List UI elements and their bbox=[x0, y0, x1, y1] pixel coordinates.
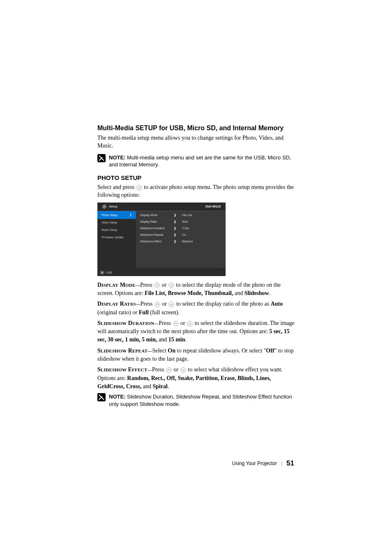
label-part: M bbox=[118, 282, 125, 288]
intro-text: The multi-media setup menu allows you to… bbox=[97, 134, 295, 150]
text-part: . bbox=[185, 336, 187, 343]
svg-point-7 bbox=[169, 302, 174, 307]
down-icon bbox=[187, 321, 193, 327]
text-part: and bbox=[159, 336, 168, 343]
note-label: NOTE: bbox=[109, 154, 125, 161]
note-body: Slideshow Duration, Slideshow Repeat, an… bbox=[109, 394, 292, 407]
down-icon bbox=[180, 367, 186, 373]
down-icon bbox=[168, 302, 174, 307]
osd-row-value: 5 Sec bbox=[182, 227, 189, 230]
label-part: LIDESHOW bbox=[101, 321, 127, 326]
text-part: . bbox=[168, 383, 169, 389]
osd-header: Setup Dell M110 bbox=[97, 203, 226, 211]
text-part: to select the display ratio of the photo… bbox=[175, 301, 270, 307]
sidebar-item-music-setup: Music Setup bbox=[97, 226, 136, 234]
slideshow-effect-desc: SLIDESHOW EFFECT—Press or to select what… bbox=[97, 366, 295, 391]
option: Full bbox=[139, 309, 149, 315]
osd-row-value: Random bbox=[182, 240, 193, 243]
text-part: Press bbox=[152, 366, 166, 373]
osd-row-label: Display Mode bbox=[140, 214, 174, 216]
osd-row: Slideshow Repeat❯On bbox=[136, 232, 226, 238]
label-part: LIDESHOW bbox=[101, 348, 127, 353]
text-part: to repeat slideshow always. Or select " bbox=[175, 348, 266, 354]
label-part: R bbox=[118, 301, 124, 307]
intro-part1: Select and press bbox=[97, 184, 136, 190]
label-part: D bbox=[97, 282, 101, 288]
chevron-right-icon: ❯ bbox=[174, 227, 182, 230]
label-part: ATIO— bbox=[124, 302, 141, 306]
osd-row-label: Slideshow Repeat bbox=[140, 233, 174, 236]
slideshow-repeat-desc: SLIDESHOW REPEAT—Select On to repeat sli… bbox=[97, 347, 295, 364]
svg-point-5 bbox=[169, 283, 174, 288]
text-part: or bbox=[179, 320, 187, 326]
label-part: ISPLAY bbox=[101, 283, 118, 288]
note-icon bbox=[97, 393, 106, 401]
note-label: NOTE: bbox=[109, 394, 125, 400]
text-part: Press bbox=[141, 301, 154, 307]
label-part: D bbox=[97, 301, 101, 307]
chevron-right-icon: ❯ bbox=[174, 240, 182, 243]
osd-sidebar: Photo Setup❯ Video Setup Music Setup Fir… bbox=[97, 211, 136, 268]
text-part: (full screen). bbox=[149, 309, 180, 315]
option-last: Slideshow bbox=[244, 290, 269, 296]
label-part: FFECT— bbox=[132, 367, 152, 372]
svg-point-10 bbox=[166, 368, 171, 373]
note-icon bbox=[97, 154, 106, 162]
label-part: ISPLAY bbox=[101, 302, 118, 306]
label-part: S bbox=[97, 366, 101, 373]
sidebar-item-firmware-update: Firmware Update bbox=[97, 234, 136, 241]
svg-point-9 bbox=[187, 321, 192, 326]
display-mode-desc: DISPLAY MODE—Press or to select the disp… bbox=[97, 281, 295, 298]
osd-row-label: Slideshow Effect bbox=[140, 240, 174, 243]
gear-icon bbox=[102, 205, 106, 209]
osd-row-value: On bbox=[182, 233, 186, 236]
option: On bbox=[168, 348, 175, 354]
option-last: 15 min bbox=[168, 336, 185, 343]
footer-page-number: 51 bbox=[286, 459, 294, 467]
svg-point-4 bbox=[154, 283, 159, 288]
photo-setup-heading: PHOTO SETUP bbox=[97, 174, 295, 181]
chevron-right-icon: ❯ bbox=[174, 214, 182, 217]
label-part: URATION— bbox=[132, 321, 159, 326]
osd-row: Slideshow Duration❯5 Sec bbox=[136, 225, 226, 232]
osd-row-label: Slideshow Duration bbox=[140, 227, 174, 230]
text-part: or bbox=[160, 282, 168, 288]
footer-section: Using Your Projector bbox=[232, 461, 277, 466]
check-icon bbox=[136, 185, 142, 191]
section-heading: Multi-Media SETUP for USB, Micro SD, and… bbox=[97, 124, 295, 132]
text-part: . bbox=[269, 290, 271, 296]
sidebar-item-photo-setup: Photo Setup❯ bbox=[97, 211, 136, 219]
slideshow-duration-desc: SLIDESHOW DURATION—Press or to select th… bbox=[97, 319, 295, 344]
footer-divider: | bbox=[281, 461, 282, 466]
osd-row-value: Auto bbox=[182, 220, 188, 223]
label-part: R bbox=[127, 348, 132, 354]
note-text-1: NOTE: Multi-media setup menu and set are… bbox=[109, 154, 295, 168]
osd-brand: Dell M110 bbox=[205, 205, 221, 208]
label-part: ODE— bbox=[125, 283, 140, 288]
text-part: (original ratio) or bbox=[97, 309, 139, 315]
note-text-2: NOTE: Slideshow Duration, Slideshow Repe… bbox=[109, 393, 295, 408]
osd-main: Display Mode❯File List Display Ratio❯Aut… bbox=[136, 211, 226, 268]
text-part: Press bbox=[140, 282, 154, 288]
chevron-right-icon: ❯ bbox=[129, 213, 132, 216]
label-part: D bbox=[127, 320, 132, 326]
up-icon bbox=[154, 282, 160, 288]
label-part: S bbox=[97, 348, 101, 354]
osd-row-value: File List bbox=[182, 214, 192, 216]
up-icon bbox=[173, 321, 179, 327]
options: File List, Browse Mode, Thumbnail, bbox=[145, 290, 235, 296]
text-part: or bbox=[172, 366, 180, 373]
down-icon bbox=[168, 282, 174, 288]
note-body: Multi-media setup menu and set are the s… bbox=[109, 154, 291, 168]
osd-row-label: Display Ratio bbox=[140, 220, 174, 223]
up-icon bbox=[154, 302, 160, 307]
option: Auto bbox=[271, 301, 283, 307]
svg-point-11 bbox=[181, 368, 186, 373]
display-ratio-desc: DISPLAY RATIO—Press or to select the dis… bbox=[97, 300, 295, 317]
usb-badge: ⇆ bbox=[100, 271, 104, 274]
note-row-2: NOTE: Slideshow Duration, Slideshow Repe… bbox=[97, 393, 295, 408]
text-part: Press bbox=[159, 320, 173, 326]
osd-footer: ⇆ USB bbox=[100, 271, 112, 274]
sidebar-label: Photo Setup bbox=[101, 214, 118, 216]
osd-title: Setup bbox=[109, 205, 118, 208]
